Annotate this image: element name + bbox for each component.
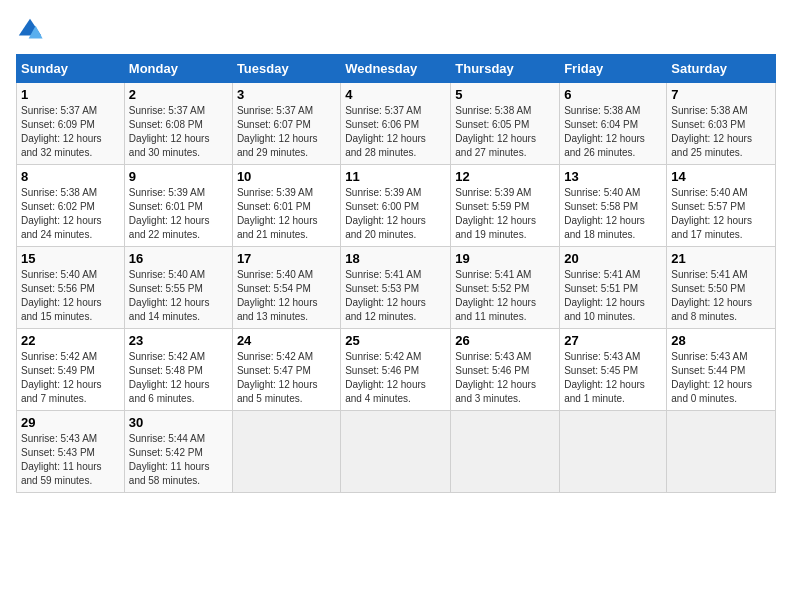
day-number: 25 (345, 333, 446, 348)
logo (16, 16, 48, 44)
day-info: Sunrise: 5:42 AM Sunset: 5:47 PM Dayligh… (237, 350, 336, 406)
calendar-table: SundayMondayTuesdayWednesdayThursdayFrid… (16, 54, 776, 493)
day-info: Sunrise: 5:40 AM Sunset: 5:58 PM Dayligh… (564, 186, 662, 242)
calendar-day-cell: 21Sunrise: 5:41 AM Sunset: 5:50 PM Dayli… (667, 247, 776, 329)
day-info: Sunrise: 5:42 AM Sunset: 5:46 PM Dayligh… (345, 350, 446, 406)
calendar-day-cell: 16Sunrise: 5:40 AM Sunset: 5:55 PM Dayli… (124, 247, 232, 329)
day-number: 1 (21, 87, 120, 102)
day-number: 27 (564, 333, 662, 348)
day-number: 21 (671, 251, 771, 266)
col-header-friday: Friday (560, 55, 667, 83)
calendar-day-cell: 1Sunrise: 5:37 AM Sunset: 6:09 PM Daylig… (17, 83, 125, 165)
day-number: 9 (129, 169, 228, 184)
calendar-day-cell: 26Sunrise: 5:43 AM Sunset: 5:46 PM Dayli… (451, 329, 560, 411)
day-info: Sunrise: 5:38 AM Sunset: 6:05 PM Dayligh… (455, 104, 555, 160)
day-info: Sunrise: 5:39 AM Sunset: 6:00 PM Dayligh… (345, 186, 446, 242)
calendar-day-cell (232, 411, 340, 493)
calendar-day-cell: 22Sunrise: 5:42 AM Sunset: 5:49 PM Dayli… (17, 329, 125, 411)
day-info: Sunrise: 5:38 AM Sunset: 6:04 PM Dayligh… (564, 104, 662, 160)
day-info: Sunrise: 5:44 AM Sunset: 5:42 PM Dayligh… (129, 432, 228, 488)
calendar-day-cell: 10Sunrise: 5:39 AM Sunset: 6:01 PM Dayli… (232, 165, 340, 247)
col-header-thursday: Thursday (451, 55, 560, 83)
day-number: 18 (345, 251, 446, 266)
day-number: 15 (21, 251, 120, 266)
day-info: Sunrise: 5:41 AM Sunset: 5:52 PM Dayligh… (455, 268, 555, 324)
day-number: 17 (237, 251, 336, 266)
day-info: Sunrise: 5:43 AM Sunset: 5:46 PM Dayligh… (455, 350, 555, 406)
calendar-day-cell (341, 411, 451, 493)
calendar-day-cell: 19Sunrise: 5:41 AM Sunset: 5:52 PM Dayli… (451, 247, 560, 329)
day-number: 3 (237, 87, 336, 102)
day-number: 13 (564, 169, 662, 184)
calendar-day-cell (560, 411, 667, 493)
day-number: 24 (237, 333, 336, 348)
calendar-day-cell: 25Sunrise: 5:42 AM Sunset: 5:46 PM Dayli… (341, 329, 451, 411)
calendar-day-cell (451, 411, 560, 493)
day-number: 23 (129, 333, 228, 348)
calendar-day-cell: 13Sunrise: 5:40 AM Sunset: 5:58 PM Dayli… (560, 165, 667, 247)
calendar-day-cell: 17Sunrise: 5:40 AM Sunset: 5:54 PM Dayli… (232, 247, 340, 329)
col-header-saturday: Saturday (667, 55, 776, 83)
calendar-week-row: 1Sunrise: 5:37 AM Sunset: 6:09 PM Daylig… (17, 83, 776, 165)
day-number: 16 (129, 251, 228, 266)
day-number: 28 (671, 333, 771, 348)
calendar-day-cell: 14Sunrise: 5:40 AM Sunset: 5:57 PM Dayli… (667, 165, 776, 247)
calendar-day-cell: 2Sunrise: 5:37 AM Sunset: 6:08 PM Daylig… (124, 83, 232, 165)
day-info: Sunrise: 5:39 AM Sunset: 6:01 PM Dayligh… (129, 186, 228, 242)
day-number: 30 (129, 415, 228, 430)
calendar-day-cell: 7Sunrise: 5:38 AM Sunset: 6:03 PM Daylig… (667, 83, 776, 165)
day-number: 26 (455, 333, 555, 348)
day-info: Sunrise: 5:43 AM Sunset: 5:43 PM Dayligh… (21, 432, 120, 488)
day-number: 10 (237, 169, 336, 184)
day-number: 5 (455, 87, 555, 102)
day-info: Sunrise: 5:41 AM Sunset: 5:51 PM Dayligh… (564, 268, 662, 324)
day-number: 20 (564, 251, 662, 266)
calendar-week-row: 15Sunrise: 5:40 AM Sunset: 5:56 PM Dayli… (17, 247, 776, 329)
day-info: Sunrise: 5:42 AM Sunset: 5:48 PM Dayligh… (129, 350, 228, 406)
calendar-header-row: SundayMondayTuesdayWednesdayThursdayFrid… (17, 55, 776, 83)
calendar-day-cell: 12Sunrise: 5:39 AM Sunset: 5:59 PM Dayli… (451, 165, 560, 247)
day-info: Sunrise: 5:37 AM Sunset: 6:09 PM Dayligh… (21, 104, 120, 160)
day-info: Sunrise: 5:37 AM Sunset: 6:06 PM Dayligh… (345, 104, 446, 160)
day-info: Sunrise: 5:37 AM Sunset: 6:08 PM Dayligh… (129, 104, 228, 160)
calendar-day-cell: 6Sunrise: 5:38 AM Sunset: 6:04 PM Daylig… (560, 83, 667, 165)
logo-icon (16, 16, 44, 44)
calendar-day-cell: 24Sunrise: 5:42 AM Sunset: 5:47 PM Dayli… (232, 329, 340, 411)
col-header-tuesday: Tuesday (232, 55, 340, 83)
day-info: Sunrise: 5:40 AM Sunset: 5:57 PM Dayligh… (671, 186, 771, 242)
day-info: Sunrise: 5:43 AM Sunset: 5:45 PM Dayligh… (564, 350, 662, 406)
col-header-monday: Monday (124, 55, 232, 83)
calendar-week-row: 8Sunrise: 5:38 AM Sunset: 6:02 PM Daylig… (17, 165, 776, 247)
calendar-day-cell: 28Sunrise: 5:43 AM Sunset: 5:44 PM Dayli… (667, 329, 776, 411)
day-info: Sunrise: 5:38 AM Sunset: 6:03 PM Dayligh… (671, 104, 771, 160)
day-info: Sunrise: 5:37 AM Sunset: 6:07 PM Dayligh… (237, 104, 336, 160)
calendar-day-cell: 11Sunrise: 5:39 AM Sunset: 6:00 PM Dayli… (341, 165, 451, 247)
page-header (16, 16, 776, 44)
calendar-day-cell: 8Sunrise: 5:38 AM Sunset: 6:02 PM Daylig… (17, 165, 125, 247)
calendar-day-cell: 5Sunrise: 5:38 AM Sunset: 6:05 PM Daylig… (451, 83, 560, 165)
calendar-day-cell: 3Sunrise: 5:37 AM Sunset: 6:07 PM Daylig… (232, 83, 340, 165)
day-number: 19 (455, 251, 555, 266)
calendar-day-cell: 29Sunrise: 5:43 AM Sunset: 5:43 PM Dayli… (17, 411, 125, 493)
calendar-day-cell (667, 411, 776, 493)
calendar-day-cell: 4Sunrise: 5:37 AM Sunset: 6:06 PM Daylig… (341, 83, 451, 165)
calendar-day-cell: 30Sunrise: 5:44 AM Sunset: 5:42 PM Dayli… (124, 411, 232, 493)
col-header-sunday: Sunday (17, 55, 125, 83)
day-number: 22 (21, 333, 120, 348)
calendar-day-cell: 20Sunrise: 5:41 AM Sunset: 5:51 PM Dayli… (560, 247, 667, 329)
day-info: Sunrise: 5:43 AM Sunset: 5:44 PM Dayligh… (671, 350, 771, 406)
calendar-week-row: 22Sunrise: 5:42 AM Sunset: 5:49 PM Dayli… (17, 329, 776, 411)
day-info: Sunrise: 5:38 AM Sunset: 6:02 PM Dayligh… (21, 186, 120, 242)
day-number: 29 (21, 415, 120, 430)
calendar-day-cell: 23Sunrise: 5:42 AM Sunset: 5:48 PM Dayli… (124, 329, 232, 411)
calendar-day-cell: 27Sunrise: 5:43 AM Sunset: 5:45 PM Dayli… (560, 329, 667, 411)
day-info: Sunrise: 5:39 AM Sunset: 6:01 PM Dayligh… (237, 186, 336, 242)
day-number: 14 (671, 169, 771, 184)
day-info: Sunrise: 5:39 AM Sunset: 5:59 PM Dayligh… (455, 186, 555, 242)
day-info: Sunrise: 5:42 AM Sunset: 5:49 PM Dayligh… (21, 350, 120, 406)
calendar-week-row: 29Sunrise: 5:43 AM Sunset: 5:43 PM Dayli… (17, 411, 776, 493)
calendar-day-cell: 9Sunrise: 5:39 AM Sunset: 6:01 PM Daylig… (124, 165, 232, 247)
calendar-day-cell: 15Sunrise: 5:40 AM Sunset: 5:56 PM Dayli… (17, 247, 125, 329)
day-number: 4 (345, 87, 446, 102)
day-number: 8 (21, 169, 120, 184)
